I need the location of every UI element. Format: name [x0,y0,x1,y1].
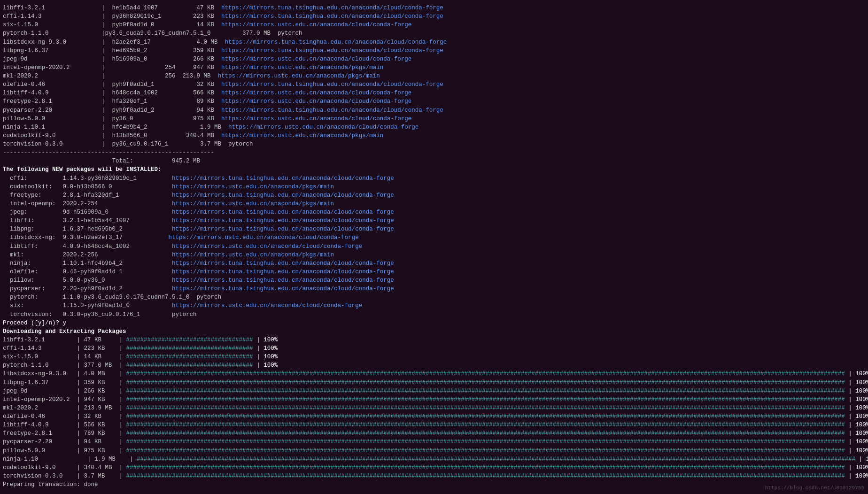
terminal-line: libffi: 3.2.1-he1b5a44_1007 https://mirr… [3,216,865,225]
terminal-line: The following NEW packages will be INSTA… [3,165,865,174]
terminal-line: libstdcxx-ng-9.3.0 | h2ae2ef3_17 4.0 MB … [3,38,865,46]
terminal-line: libffi-3.2.1 | 47 KB | #################… [3,336,865,344]
terminal-line: pillow-5.0.0 | 975 KB | ################… [3,447,865,455]
terminal-line: six-1.15.0 | 14 KB | ###################… [3,353,865,361]
terminal-line: ninja-1.10.1 | hfc4b9b4_2 1.9 MB https:/… [3,123,865,131]
terminal-line: olefile: 0.46-pyh9f0ad1d_1 https://mirro… [3,268,865,276]
terminal-line: cffi-1.14.3 | py36h829019c_1 223 KB http… [3,12,865,21]
terminal-line: libpng: 1.6.37-hed695b0_2 https://mirror… [3,225,865,233]
terminal-line: Preparing transaction: done [3,480,865,489]
terminal-line: ninja: 1.10.1-hfc4b9b4_2 https://mirrors… [3,259,865,268]
terminal-line: pycparser: 2.20-pyh9f0ad1d_2 https://mir… [3,285,865,293]
terminal-line: Total: 945.2 MB [3,157,865,165]
terminal-line: mkl-2020.2 | 213.9 MB | ################… [3,404,865,412]
terminal-line: olefile-0.46 | 32 KB | #################… [3,412,865,421]
terminal-line: torchvision-0.3.0 | 3.7 MB | ###########… [3,472,865,480]
terminal-line: cudatoolkit: 9.0-h13b8566_0 https://mirr… [3,183,865,191]
terminal-line: pillow: 5.0.0-py36_0 https://mirrors.tun… [3,276,865,285]
terminal-line: torchvision: 0.3.0-py36_cu9.0.176_1 pyto… [3,310,865,319]
terminal-line: freetype: 2.8.1-hfa320df_1 https://mirro… [3,191,865,200]
terminal-line: jpeg-9d | 266 KB | #####################… [3,387,865,395]
terminal-line: torchvision-0.3.0 | py36_cu9.0.176_1 3.7… [3,140,865,148]
terminal-line: jpeg-9d | h516909a_0 266 KB https://mirr… [3,55,865,63]
terminal-line: pytorch: 1.1.0-py3.6_cuda9.0.176_cudnn7.… [3,293,865,301]
terminal-line: freetype-2.8.1 | 789 KB | ##############… [3,429,865,438]
terminal-line: pillow-5.0.0 | py36_0 975 KB https://mir… [3,115,865,123]
terminal-line: mkl: 2020.2-256 https://mirrors.ustc.edu… [3,251,865,259]
terminal-line: libtiff-4.0.9 | h648cc4a_1002 566 KB htt… [3,89,865,97]
terminal-line: libpng-1.6.37 | hed695b0_2 359 KB https:… [3,46,865,55]
terminal-line: ----------------------------------------… [3,148,865,157]
terminal-line: jpeg: 9d-h516909a_0 https://mirrors.tuna… [3,208,865,216]
terminal-line: libpng-1.6.37 | 359 KB | ###############… [3,378,865,387]
terminal-line: ninja-1.10 | 1.9 MB | ##################… [3,455,865,463]
terminal-line: Proceed ([y]/n)? y [3,319,865,327]
terminal-line: libtiff-4.0.9 | 566 KB | ###############… [3,421,865,429]
terminal-line: libstdcxx-ng-9.3.0 | 4.0 MB | ##########… [3,370,865,378]
terminal-line: pycparser-2.20 | 94 KB | ###############… [3,438,865,446]
terminal-line: libstdcxx-ng: 9.3.0-h2ae2ef3_17 https://… [3,233,865,242]
terminal-line: six-1.15.0 | pyh9f0ad1d_0 14 KB https://… [3,21,865,29]
terminal-line: intel-openmp-2020.2 | 254 947 KB https:/… [3,63,865,72]
terminal-line: libtiff: 4.0.9-h648cc4a_1002 https://mir… [3,242,865,251]
terminal-line: cffi-1.14.3 | 223 KB | #################… [3,344,865,353]
terminal-line: cffi: 1.14.3-py36h829019c_1 https://mirr… [3,174,865,183]
watermark-text: https://blog.csdn.net/u010129755 [765,485,864,492]
terminal-line: Downloading and Extracting Packages [3,327,865,336]
terminal-line: intel-openmp-2020.2 | 947 KB | #########… [3,395,865,404]
terminal-line: mkl-2020.2 | 256 213.9 MB https://mirror… [3,72,865,80]
terminal-line: intel-openmp: 2020.2-254 https://mirrors… [3,200,865,208]
terminal-line: libffi-3.2.1 | he1b5a44_1007 47 KB https… [3,4,865,12]
terminal-line: six: 1.15.0-pyh9f0ad1d_0 https://mirrors… [3,301,865,310]
terminal-line: olefile-0.46 | pyh9f0ad1d_1 32 KB https:… [3,80,865,89]
terminal-line: pytorch-1.1.0 |py3.6_cuda9.0.176_cudnn7.… [3,29,865,38]
terminal: libffi-3.2.1 | he1b5a44_1007 47 KB https… [2,4,866,489]
terminal-line: pycparser-2.20 | pyh9f0ad1d_2 94 KB http… [3,106,865,115]
terminal-line: pytorch-1.1.0 | 377.0 MB | #############… [3,361,865,370]
terminal-line: cudatoolkit-9.0 | h13b8566_0 340.4 MB ht… [3,131,865,140]
terminal-line: freetype-2.8.1 | hfa320df_1 89 KB https:… [3,97,865,106]
terminal-output: libffi-3.2.1 | he1b5a44_1007 47 KB https… [3,4,865,489]
terminal-line: cudatoolkit-9.0 | 340.4 MB | ###########… [3,463,865,472]
